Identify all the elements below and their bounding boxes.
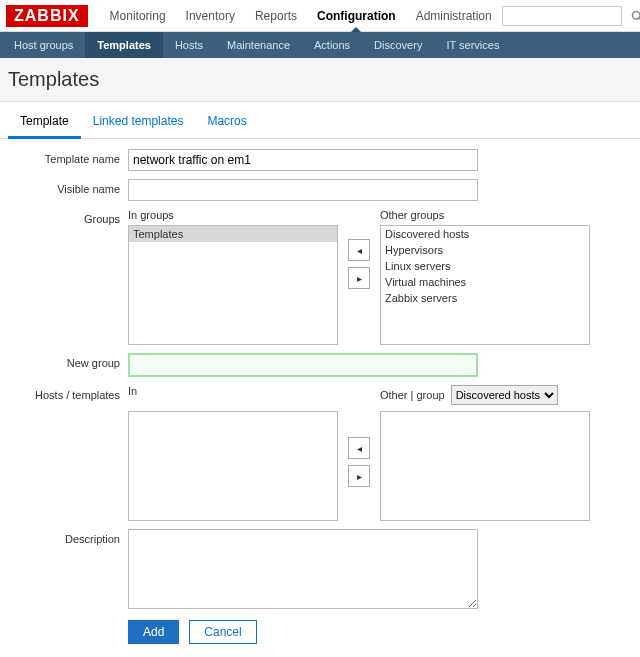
topnav-item-configuration[interactable]: Configuration <box>307 1 406 31</box>
list-item[interactable]: Zabbix servers <box>381 290 589 306</box>
top-bar: ZABBIX MonitoringInventoryReportsConfigu… <box>0 0 640 32</box>
hosts-move-left-button[interactable]: ◂ <box>348 437 370 459</box>
page-title: Templates <box>8 68 632 91</box>
topnav-item-reports[interactable]: Reports <box>245 1 307 31</box>
topnav-item-inventory[interactable]: Inventory <box>176 1 245 31</box>
subnav-item-maintenance[interactable]: Maintenance <box>215 32 302 58</box>
hosts-in-listbox[interactable] <box>128 411 338 521</box>
subnav-item-hosts[interactable]: Hosts <box>163 32 215 58</box>
subnav-item-actions[interactable]: Actions <box>302 32 362 58</box>
groups-label: Groups <box>8 209 128 225</box>
list-item[interactable]: Templates <box>129 226 337 242</box>
hosts-other-label: Other | group <box>380 389 445 401</box>
template-form: Template name Visible name Groups In gro… <box>0 139 640 657</box>
subnav-item-discovery[interactable]: Discovery <box>362 32 434 58</box>
template-name-input[interactable] <box>128 149 478 171</box>
subnav-item-templates[interactable]: Templates <box>85 32 163 58</box>
tab-macros[interactable]: Macros <box>195 106 258 138</box>
move-right-button[interactable]: ▸ <box>348 267 370 289</box>
other-groups-label: Other groups <box>380 209 590 221</box>
visible-name-label: Visible name <box>8 179 128 201</box>
hosts-move-right-button[interactable]: ▸ <box>348 465 370 487</box>
list-item[interactable]: Discovered hosts <box>381 226 589 242</box>
hosts-other-group-select[interactable]: Discovered hosts <box>451 385 558 405</box>
subnav-item-host-groups[interactable]: Host groups <box>2 32 85 58</box>
in-groups-label: In groups <box>128 209 338 221</box>
description-label: Description <box>8 529 128 545</box>
hosts-label: Hosts / templates <box>8 385 128 401</box>
visible-name-input[interactable] <box>128 179 478 201</box>
page-header: Templates <box>0 58 640 102</box>
svg-point-0 <box>632 11 640 19</box>
topnav-item-administration[interactable]: Administration <box>406 1 502 31</box>
other-groups-listbox[interactable]: Discovered hostsHypervisorsLinux servers… <box>380 225 590 345</box>
subnav-item-it-services[interactable]: IT services <box>434 32 511 58</box>
search-wrap: Sh <box>502 6 640 26</box>
logo: ZABBIX <box>6 5 88 27</box>
in-groups-listbox[interactable]: Templates <box>128 225 338 345</box>
hosts-other-listbox[interactable] <box>380 411 590 521</box>
topnav-item-monitoring[interactable]: Monitoring <box>100 1 176 31</box>
tab-template[interactable]: Template <box>8 106 81 139</box>
new-group-label: New group <box>8 353 128 377</box>
search-input[interactable] <box>502 6 622 26</box>
top-nav: MonitoringInventoryReportsConfigurationA… <box>100 1 502 31</box>
new-group-input[interactable] <box>128 353 478 377</box>
template-name-label: Template name <box>8 149 128 171</box>
tabs: TemplateLinked templatesMacros <box>0 106 640 139</box>
tab-linked-templates[interactable]: Linked templates <box>81 106 196 138</box>
hosts-in-label: In <box>128 385 338 397</box>
list-item[interactable]: Linux servers <box>381 258 589 274</box>
list-item[interactable]: Hypervisors <box>381 242 589 258</box>
cancel-button[interactable]: Cancel <box>189 620 256 644</box>
sub-nav: Host groupsTemplatesHostsMaintenanceActi… <box>0 32 640 58</box>
move-left-button[interactable]: ◂ <box>348 239 370 261</box>
description-textarea[interactable] <box>128 529 478 609</box>
add-button[interactable]: Add <box>128 620 179 644</box>
search-icon[interactable] <box>630 9 640 23</box>
list-item[interactable]: Virtual machines <box>381 274 589 290</box>
